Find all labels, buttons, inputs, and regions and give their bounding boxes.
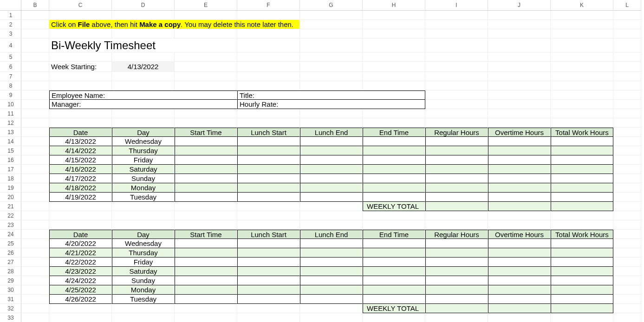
cell[interactable]: [551, 81, 613, 90]
ts-day[interactable]: Wednesday: [112, 137, 175, 146]
ts-header-start-time[interactable]: Start Time: [175, 128, 237, 137]
row-header-1[interactable]: 1: [0, 11, 21, 20]
ts-cell[interactable]: [175, 174, 237, 183]
weekly-total-cell[interactable]: [488, 304, 551, 313]
ts-day[interactable]: Friday: [112, 155, 175, 165]
ts-cell[interactable]: [488, 137, 551, 146]
cell[interactable]: [425, 100, 488, 109]
cell[interactable]: [237, 81, 300, 90]
ts-header-end-time[interactable]: End Time: [363, 128, 425, 137]
ts-day[interactable]: Wednesday: [112, 239, 175, 248]
cell[interactable]: [488, 313, 551, 322]
cell[interactable]: [488, 118, 551, 128]
cell[interactable]: [425, 72, 488, 81]
ts-cell[interactable]: [237, 155, 300, 165]
cell[interactable]: [49, 29, 112, 39]
ts-cell[interactable]: [425, 193, 488, 202]
ts-day[interactable]: Saturday: [112, 267, 175, 276]
row-header-21[interactable]: 21: [0, 202, 21, 211]
cell[interactable]: [21, 118, 49, 128]
cell[interactable]: [488, 81, 551, 90]
row-header-20[interactable]: 20: [0, 193, 21, 202]
page-title[interactable]: Bi-Weekly Timesheet: [49, 39, 237, 52]
cell[interactable]: [21, 128, 49, 137]
cell[interactable]: [21, 313, 49, 322]
col-header-F[interactable]: F: [237, 0, 300, 11]
cell[interactable]: [21, 62, 49, 72]
cell[interactable]: [300, 81, 363, 90]
cell[interactable]: [175, 72, 237, 81]
cell[interactable]: [613, 202, 641, 211]
cell[interactable]: [300, 39, 363, 52]
cell[interactable]: [21, 100, 49, 109]
cell[interactable]: [21, 248, 49, 258]
ts-date[interactable]: 4/15/2022: [49, 155, 112, 165]
row-header-6[interactable]: 6: [0, 62, 21, 72]
ts-day[interactable]: Saturday: [112, 165, 175, 174]
cell[interactable]: [21, 304, 49, 313]
ts-cell[interactable]: [175, 295, 237, 304]
cell[interactable]: [21, 109, 49, 118]
cell[interactable]: [363, 220, 425, 230]
cell[interactable]: [21, 267, 49, 276]
ts-cell[interactable]: [237, 295, 300, 304]
ts-cell[interactable]: [363, 267, 425, 276]
ts-cell[interactable]: [300, 146, 363, 155]
cell[interactable]: [363, 211, 425, 220]
ts-header-lunch-end[interactable]: Lunch End: [300, 128, 363, 137]
cell[interactable]: [363, 11, 425, 20]
row-header-29[interactable]: 29: [0, 276, 21, 285]
cell[interactable]: [175, 11, 237, 20]
ts-cell[interactable]: [551, 295, 613, 304]
ts-cell[interactable]: [300, 165, 363, 174]
ts-cell[interactable]: [300, 183, 363, 193]
ts-date[interactable]: 4/17/2022: [49, 174, 112, 183]
ts-date[interactable]: 4/25/2022: [49, 285, 112, 295]
ts-cell[interactable]: [551, 248, 613, 258]
cell[interactable]: [49, 109, 112, 118]
col-header-I[interactable]: I: [425, 0, 488, 11]
cell[interactable]: [21, 11, 49, 20]
row-header-33[interactable]: 33: [0, 313, 21, 322]
weekly-total-label[interactable]: WEEKLY TOTAL: [363, 304, 425, 313]
cell[interactable]: [613, 128, 641, 137]
cell[interactable]: [551, 62, 613, 72]
cell[interactable]: [613, 313, 641, 322]
cell[interactable]: [21, 285, 49, 295]
ts-cell[interactable]: [300, 137, 363, 146]
cell[interactable]: [551, 118, 613, 128]
cell[interactable]: [300, 72, 363, 81]
cell[interactable]: [551, 313, 613, 322]
row-header-14[interactable]: 14: [0, 137, 21, 146]
row-header-27[interactable]: 27: [0, 258, 21, 267]
ts-cell[interactable]: [488, 258, 551, 267]
ts-cell[interactable]: [551, 146, 613, 155]
cell[interactable]: [112, 81, 175, 90]
cell[interactable]: [613, 230, 641, 239]
cell[interactable]: [21, 52, 49, 62]
cell[interactable]: [300, 11, 363, 20]
cell[interactable]: [49, 72, 112, 81]
cell[interactable]: [613, 220, 641, 230]
cell[interactable]: [425, 62, 488, 72]
ts-cell[interactable]: [175, 193, 237, 202]
row-header-3[interactable]: 3: [0, 29, 21, 39]
cell[interactable]: [300, 62, 363, 72]
ts-cell[interactable]: [363, 174, 425, 183]
ts-cell[interactable]: [363, 193, 425, 202]
cell[interactable]: [551, 220, 613, 230]
ts-date[interactable]: 4/24/2022: [49, 276, 112, 285]
ts-cell[interactable]: [425, 155, 488, 165]
ts-cell[interactable]: [300, 295, 363, 304]
ts-cell[interactable]: [551, 276, 613, 285]
cell[interactable]: [488, 211, 551, 220]
cell[interactable]: [112, 220, 175, 230]
ts-cell[interactable]: [425, 174, 488, 183]
cell[interactable]: [613, 285, 641, 295]
weekly-total-label[interactable]: WEEKLY TOTAL: [363, 202, 425, 211]
cell[interactable]: [112, 11, 175, 20]
cell[interactable]: [21, 137, 49, 146]
cell[interactable]: [49, 118, 112, 128]
ts-cell[interactable]: [237, 248, 300, 258]
cell[interactable]: [613, 174, 641, 183]
